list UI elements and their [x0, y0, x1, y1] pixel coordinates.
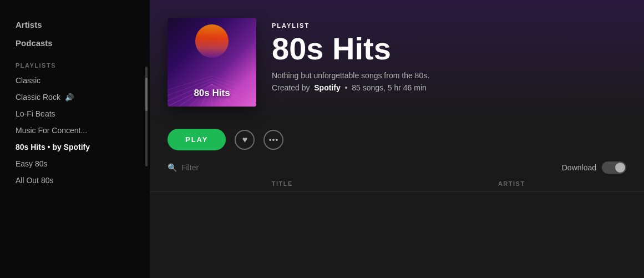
sidebar-item-all-out-80s[interactable]: All Out 80s — [16, 172, 150, 189]
sidebar-item-label: Classic Rock — [16, 93, 60, 102]
sidebar-nav-artists[interactable]: Artists — [16, 16, 150, 34]
speaker-icon: 🔊 — [65, 93, 74, 102]
filter-bar: 🔍 Filter Download — [150, 157, 644, 180]
sidebar-item-80s-hits[interactable]: 80s Hits • by Spotify — [16, 139, 150, 155]
sidebar-item-classic[interactable]: Classic — [16, 72, 150, 89]
playlist-cover: 80s Hits — [168, 18, 256, 107]
filter-placeholder: Filter — [181, 163, 199, 172]
sidebar-item-easy-80s[interactable]: Easy 80s — [16, 155, 150, 172]
sidebar-playlists-label: PLAYLISTS — [16, 62, 150, 69]
sidebar-item-classic-rock[interactable]: Classic Rock 🔊 — [16, 89, 150, 105]
sidebar-nav-podcasts[interactable]: Podcasts — [16, 34, 150, 52]
cover-text: 80s Hits — [194, 88, 230, 99]
cover-grid-svg — [168, 68, 256, 107]
playlist-actions: PLAY ♥ ••• — [150, 120, 644, 157]
sidebar-item-label: Classic — [16, 76, 40, 85]
column-title: TITLE — [168, 180, 397, 187]
playlist-meta: Created by Spotify • 85 songs, 5 hr 46 m… — [272, 83, 429, 92]
scrollbar-thumb[interactable] — [145, 78, 148, 111]
sidebar-item-lofi[interactable]: Lo-Fi Beats — [16, 105, 150, 122]
sidebar-item-label: Lo-Fi Beats — [16, 109, 55, 118]
download-label: Download — [562, 163, 596, 172]
table-header: TITLE ARTIST — [150, 180, 644, 192]
meta-created-by: Created by — [272, 83, 310, 92]
main-content: 80s Hits PLAYLIST 80s Hits Nothing but u… — [150, 0, 644, 278]
scrollbar-track[interactable] — [145, 67, 148, 166]
meta-creator: Spotify — [314, 83, 340, 92]
playlist-title: 80s Hits — [272, 33, 429, 64]
sidebar: Artists Podcasts PLAYLISTS Classic Class… — [0, 0, 150, 278]
playlist-info: PLAYLIST 80s Hits Nothing but unforgetta… — [272, 18, 429, 92]
sidebar-item-music-concent[interactable]: Music For Concent... — [16, 122, 150, 139]
download-toggle: Download — [562, 161, 626, 174]
column-artist: ARTIST — [397, 180, 627, 187]
meta-songs: 85 songs, 5 hr 46 min — [352, 83, 427, 92]
playlist-description: Nothing but unforgettable songs from the… — [272, 71, 429, 80]
sidebar-item-label: All Out 80s — [16, 176, 53, 185]
meta-separator: • — [345, 83, 348, 92]
download-toggle-track[interactable] — [602, 161, 626, 174]
download-toggle-thumb — [615, 163, 625, 173]
filter-input-wrapper[interactable]: 🔍 Filter — [168, 163, 199, 172]
sidebar-item-label: 80s Hits • by Spotify — [16, 143, 90, 151]
more-button[interactable]: ••• — [263, 130, 283, 150]
sidebar-item-label: Music For Concent... — [16, 126, 87, 135]
play-button[interactable]: PLAY — [168, 129, 226, 150]
playlist-header: 80s Hits PLAYLIST 80s Hits Nothing but u… — [150, 0, 644, 120]
more-icon: ••• — [269, 135, 279, 144]
heart-icon: ♥ — [242, 135, 248, 145]
like-button[interactable]: ♥ — [235, 130, 255, 150]
sidebar-item-label: Easy 80s — [16, 159, 48, 168]
playlist-type-label: PLAYLIST — [272, 22, 429, 29]
search-icon: 🔍 — [168, 163, 177, 172]
